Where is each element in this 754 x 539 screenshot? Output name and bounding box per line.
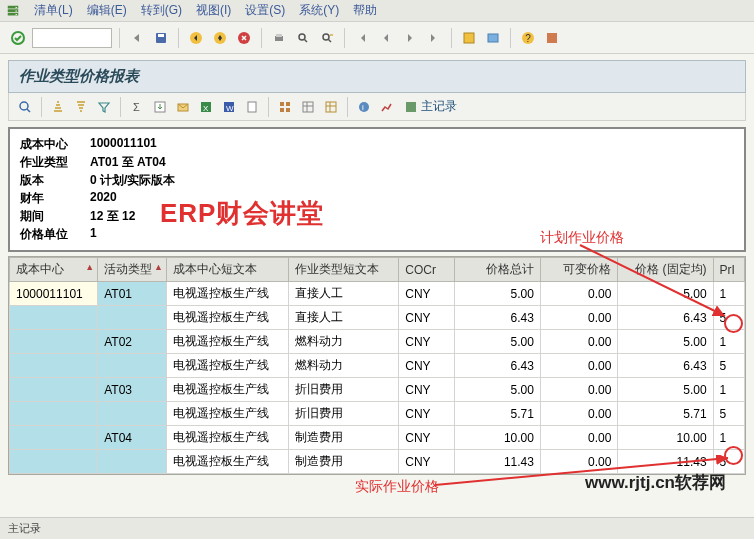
first-page-icon[interactable] (352, 28, 372, 48)
nav-exit-icon[interactable] (210, 28, 230, 48)
table-row[interactable]: 电视遥控板生产线制造费用CNY11.430.0011.435 (10, 450, 745, 474)
filter-icon[interactable] (94, 97, 114, 117)
activity-value: AT01 至 AT04 (90, 154, 166, 171)
cell-at-text: 制造费用 (288, 426, 399, 450)
cell-cost-center (10, 426, 98, 450)
svg-text:i: i (362, 103, 364, 112)
find-next-icon[interactable] (317, 28, 337, 48)
cell-fix: 6.43 (618, 354, 713, 378)
svg-rect-11 (488, 34, 498, 42)
master-record-icon (404, 100, 418, 114)
table-row[interactable]: AT02电视遥控板生产线燃料动力CNY5.000.005.001 (10, 330, 745, 354)
help-icon[interactable]: ? (518, 28, 538, 48)
sort-asc-icon[interactable] (48, 97, 68, 117)
export-icon[interactable] (150, 97, 170, 117)
cell-at-text: 制造费用 (288, 450, 399, 474)
excel-icon[interactable]: X (196, 97, 216, 117)
cell-activity-type: AT02 (98, 330, 167, 354)
cell-cc-text: 电视遥控板生产线 (166, 330, 288, 354)
print-icon[interactable] (269, 28, 289, 48)
save-icon[interactable] (151, 28, 171, 48)
cell-var: 0.00 (540, 402, 617, 426)
cell-cocr: CNY (399, 306, 454, 330)
svg-rect-23 (248, 102, 256, 112)
cell-total: 6.43 (454, 306, 540, 330)
cell-activity-type (98, 402, 167, 426)
cell-cost-center (10, 402, 98, 426)
cell-cocr: CNY (399, 354, 454, 378)
command-field[interactable] (32, 28, 112, 48)
cell-fix: 5.00 (618, 282, 713, 306)
cell-fix: 5.00 (618, 378, 713, 402)
last-page-icon[interactable] (424, 28, 444, 48)
layout-icon[interactable] (459, 28, 479, 48)
cell-total: 10.00 (454, 426, 540, 450)
menu-help[interactable]: 帮助 (353, 2, 377, 19)
col-pri[interactable]: PrI (713, 258, 744, 282)
version-label: 版本 (20, 172, 90, 189)
table-row[interactable]: 1000011101AT01电视遥控板生产线直接人工CNY5.000.005.0… (10, 282, 745, 306)
cell-cost-center (10, 450, 98, 474)
master-record-link[interactable]: 主记录 (400, 98, 461, 115)
menu-goto[interactable]: 转到(G) (141, 2, 182, 19)
svg-rect-28 (303, 102, 313, 112)
col-cost-center[interactable]: 成本中心▲ (10, 258, 98, 282)
nav-back-icon[interactable] (186, 28, 206, 48)
select-layout-icon[interactable] (298, 97, 318, 117)
localfile-icon[interactable] (242, 97, 262, 117)
cell-total: 5.00 (454, 282, 540, 306)
col-fix[interactable]: 价格 (固定均) (618, 258, 713, 282)
session-icon[interactable] (483, 28, 503, 48)
circle-highlight-1 (724, 314, 743, 333)
cell-cocr: CNY (399, 282, 454, 306)
cost-center-label: 成本中心 (20, 136, 90, 153)
customize-icon[interactable] (542, 28, 562, 48)
find-icon[interactable] (293, 28, 313, 48)
app-toolbar: Σ X W i 主记录 (8, 93, 746, 121)
col-at-text[interactable]: 作业类型短文本 (288, 258, 399, 282)
table-row[interactable]: 电视遥控板生产线燃料动力CNY6.430.006.435 (10, 354, 745, 378)
info-icon[interactable]: i (354, 97, 374, 117)
cell-activity-type: AT04 (98, 426, 167, 450)
cell-var: 0.00 (540, 450, 617, 474)
cell-activity-type: AT01 (98, 282, 167, 306)
menu-view[interactable]: 视图(I) (196, 2, 231, 19)
table-row[interactable]: AT04电视遥控板生产线制造费用CNY10.000.0010.001 (10, 426, 745, 450)
grid-icon[interactable] (275, 97, 295, 117)
nav-cancel-icon[interactable] (234, 28, 254, 48)
cell-var: 0.00 (540, 306, 617, 330)
svg-text:?: ? (525, 33, 531, 44)
graph-icon[interactable] (377, 97, 397, 117)
menu-edit[interactable]: 编辑(E) (87, 2, 127, 19)
menu-system[interactable]: 系统(Y) (299, 2, 339, 19)
watermark: www.rjtj.cn软荐网 (585, 471, 726, 494)
sort-desc-icon[interactable] (71, 97, 91, 117)
menu-list[interactable]: 清单(L) (34, 2, 73, 19)
table-row[interactable]: AT03电视遥控板生产线折旧费用CNY5.000.005.001 (10, 378, 745, 402)
mail-icon[interactable] (173, 97, 193, 117)
cell-pri: 1 (713, 378, 744, 402)
details-icon[interactable] (15, 97, 35, 117)
col-cocr[interactable]: COCr (399, 258, 454, 282)
table-row[interactable]: 电视遥控板生产线直接人工CNY6.430.006.435 (10, 306, 745, 330)
sum-icon[interactable]: Σ (127, 97, 147, 117)
col-var[interactable]: 可变价格 (540, 258, 617, 282)
cell-activity-type (98, 450, 167, 474)
cell-total: 5.71 (454, 402, 540, 426)
cell-pri: 5 (713, 354, 744, 378)
change-layout-icon[interactable] (321, 97, 341, 117)
menu-settings[interactable]: 设置(S) (245, 2, 285, 19)
col-activity-type[interactable]: 活动类型▲ (98, 258, 167, 282)
col-total[interactable]: 价格总计 (454, 258, 540, 282)
cell-var: 0.00 (540, 282, 617, 306)
back-icon[interactable] (127, 28, 147, 48)
prev-page-icon[interactable] (376, 28, 396, 48)
annotation-actual-price: 实际作业价格 (355, 478, 439, 496)
table-row[interactable]: 电视遥控板生产线折旧费用CNY5.710.005.715 (10, 402, 745, 426)
word-icon[interactable]: W (219, 97, 239, 117)
col-cc-text[interactable]: 成本中心短文本 (166, 258, 288, 282)
next-page-icon[interactable] (400, 28, 420, 48)
ok-icon[interactable] (8, 28, 28, 48)
cell-cc-text: 电视遥控板生产线 (166, 402, 288, 426)
version-value: 0 计划/实际版本 (90, 172, 175, 189)
